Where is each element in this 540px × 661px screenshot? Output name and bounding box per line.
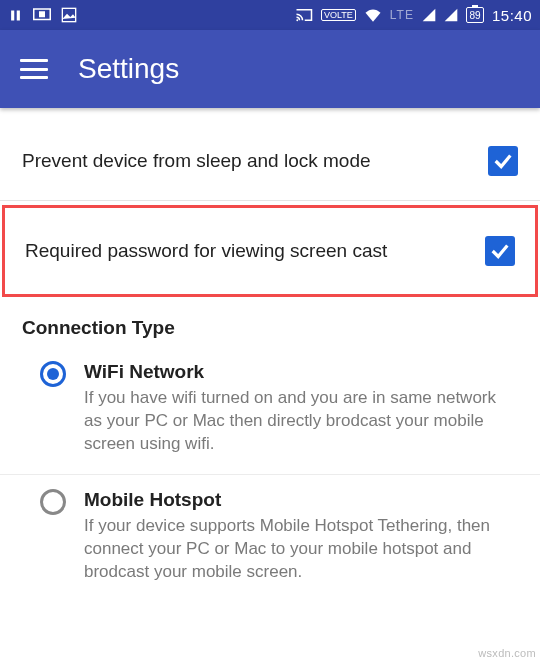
svg-rect-0 <box>11 10 14 20</box>
svg-point-5 <box>296 19 298 21</box>
wifi-icon <box>364 8 382 22</box>
checkbox-require-password[interactable] <box>485 236 515 266</box>
signal1-icon <box>422 8 436 22</box>
radio-hotspot[interactable] <box>40 489 66 515</box>
app-bar: Settings <box>0 30 540 108</box>
menu-button[interactable] <box>20 59 48 79</box>
svg-rect-3 <box>40 12 45 17</box>
option-desc: If you have wifi turned on and you are i… <box>84 387 508 456</box>
lte-label: LTE <box>390 8 414 22</box>
option-wifi-network[interactable]: WiFi Network If you have wifi turned on … <box>0 347 540 475</box>
checkmark-icon <box>489 240 511 262</box>
watermark: wsxdn.com <box>478 647 536 659</box>
page-title: Settings <box>78 53 179 85</box>
setting-require-password[interactable]: Required password for viewing screen cas… <box>2 205 538 297</box>
battery-icon: 89 <box>466 7 484 23</box>
option-mobile-hotspot[interactable]: Mobile Hotspot If your device supports M… <box>0 475 540 602</box>
checkmark-icon <box>492 150 514 172</box>
option-title: WiFi Network <box>84 361 508 383</box>
svg-rect-4 <box>62 8 75 21</box>
setting-label: Required password for viewing screen cas… <box>25 240 387 262</box>
volte-badge: VOLTE <box>321 9 356 21</box>
option-desc: If your device supports Mobile Hotspot T… <box>84 515 508 584</box>
cast-icon <box>295 7 313 23</box>
setting-label: Prevent device from sleep and lock mode <box>22 150 371 172</box>
setting-prevent-sleep[interactable]: Prevent device from sleep and lock mode <box>0 122 540 201</box>
section-connection-type: Connection Type <box>0 297 540 347</box>
checkbox-prevent-sleep[interactable] <box>488 146 518 176</box>
option-title: Mobile Hotspot <box>84 489 508 511</box>
svg-rect-1 <box>17 10 20 20</box>
status-bar: VOLTE LTE 89 15:40 <box>0 0 540 30</box>
image-icon <box>61 7 77 23</box>
settings-content: Prevent device from sleep and lock mode … <box>0 108 540 602</box>
radio-wifi[interactable] <box>40 361 66 387</box>
cast-small-icon <box>33 8 51 22</box>
signal2-icon <box>444 8 458 22</box>
clock: 15:40 <box>492 7 532 24</box>
pause-icon <box>8 8 23 23</box>
